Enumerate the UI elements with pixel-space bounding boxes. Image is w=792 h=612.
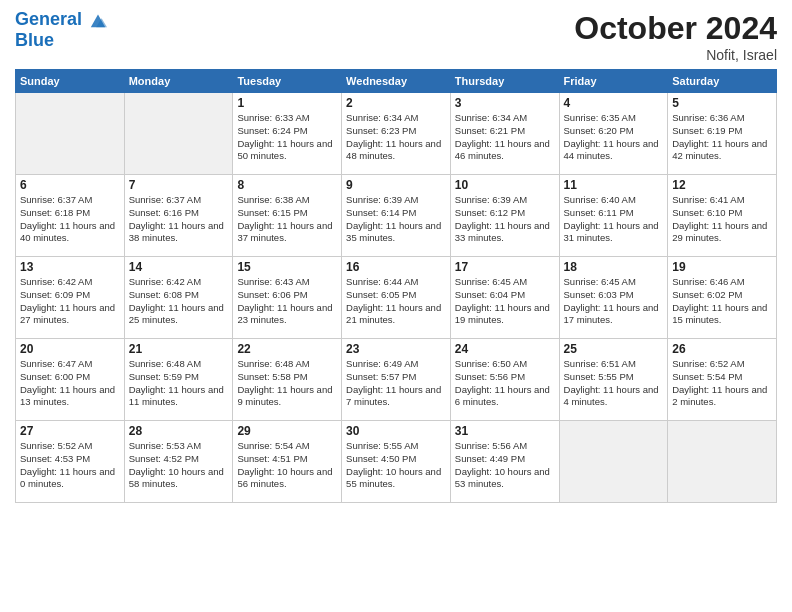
day-number: 8 <box>237 178 337 192</box>
day-number: 25 <box>564 342 664 356</box>
calendar-cell <box>16 93 125 175</box>
day-info: Sunrise: 6:46 AMSunset: 6:02 PMDaylight:… <box>672 276 772 327</box>
day-number: 30 <box>346 424 446 438</box>
weekday-header: Tuesday <box>233 70 342 93</box>
day-info: Sunrise: 6:37 AMSunset: 6:18 PMDaylight:… <box>20 194 120 245</box>
calendar-week-row: 6Sunrise: 6:37 AMSunset: 6:18 PMDaylight… <box>16 175 777 257</box>
calendar-cell: 6Sunrise: 6:37 AMSunset: 6:18 PMDaylight… <box>16 175 125 257</box>
calendar-cell: 2Sunrise: 6:34 AMSunset: 6:23 PMDaylight… <box>342 93 451 175</box>
calendar-cell: 9Sunrise: 6:39 AMSunset: 6:14 PMDaylight… <box>342 175 451 257</box>
calendar-cell: 25Sunrise: 6:51 AMSunset: 5:55 PMDayligh… <box>559 339 668 421</box>
calendar-week-row: 1Sunrise: 6:33 AMSunset: 6:24 PMDaylight… <box>16 93 777 175</box>
day-number: 5 <box>672 96 772 110</box>
day-number: 22 <box>237 342 337 356</box>
calendar-cell: 27Sunrise: 5:52 AMSunset: 4:53 PMDayligh… <box>16 421 125 503</box>
calendar-week-row: 20Sunrise: 6:47 AMSunset: 6:00 PMDayligh… <box>16 339 777 421</box>
day-info: Sunrise: 6:47 AMSunset: 6:00 PMDaylight:… <box>20 358 120 409</box>
day-number: 1 <box>237 96 337 110</box>
weekday-header: Thursday <box>450 70 559 93</box>
day-info: Sunrise: 6:37 AMSunset: 6:16 PMDaylight:… <box>129 194 229 245</box>
day-number: 4 <box>564 96 664 110</box>
calendar-cell: 30Sunrise: 5:55 AMSunset: 4:50 PMDayligh… <box>342 421 451 503</box>
calendar-cell: 11Sunrise: 6:40 AMSunset: 6:11 PMDayligh… <box>559 175 668 257</box>
day-info: Sunrise: 6:42 AMSunset: 6:09 PMDaylight:… <box>20 276 120 327</box>
calendar-cell: 15Sunrise: 6:43 AMSunset: 6:06 PMDayligh… <box>233 257 342 339</box>
calendar-cell: 24Sunrise: 6:50 AMSunset: 5:56 PMDayligh… <box>450 339 559 421</box>
day-number: 15 <box>237 260 337 274</box>
calendar-cell: 19Sunrise: 6:46 AMSunset: 6:02 PMDayligh… <box>668 257 777 339</box>
weekday-header: Friday <box>559 70 668 93</box>
day-number: 20 <box>20 342 120 356</box>
calendar-week-row: 13Sunrise: 6:42 AMSunset: 6:09 PMDayligh… <box>16 257 777 339</box>
logo: General Blue <box>15 10 107 51</box>
location: Nofit, Israel <box>574 47 777 63</box>
header: General Blue October 2024 Nofit, Israel <box>15 10 777 63</box>
calendar-cell: 5Sunrise: 6:36 AMSunset: 6:19 PMDaylight… <box>668 93 777 175</box>
title-block: October 2024 Nofit, Israel <box>574 10 777 63</box>
day-info: Sunrise: 6:48 AMSunset: 5:58 PMDaylight:… <box>237 358 337 409</box>
day-info: Sunrise: 5:53 AMSunset: 4:52 PMDaylight:… <box>129 440 229 491</box>
calendar-cell: 23Sunrise: 6:49 AMSunset: 5:57 PMDayligh… <box>342 339 451 421</box>
calendar-cell: 1Sunrise: 6:33 AMSunset: 6:24 PMDaylight… <box>233 93 342 175</box>
page: General Blue October 2024 Nofit, Israel … <box>0 0 792 612</box>
day-info: Sunrise: 5:56 AMSunset: 4:49 PMDaylight:… <box>455 440 555 491</box>
calendar-cell <box>124 93 233 175</box>
day-number: 3 <box>455 96 555 110</box>
calendar-cell: 14Sunrise: 6:42 AMSunset: 6:08 PMDayligh… <box>124 257 233 339</box>
day-info: Sunrise: 6:33 AMSunset: 6:24 PMDaylight:… <box>237 112 337 163</box>
day-number: 29 <box>237 424 337 438</box>
day-number: 27 <box>20 424 120 438</box>
day-number: 6 <box>20 178 120 192</box>
calendar-cell: 20Sunrise: 6:47 AMSunset: 6:00 PMDayligh… <box>16 339 125 421</box>
day-number: 10 <box>455 178 555 192</box>
day-info: Sunrise: 6:34 AMSunset: 6:23 PMDaylight:… <box>346 112 446 163</box>
calendar-cell: 28Sunrise: 5:53 AMSunset: 4:52 PMDayligh… <box>124 421 233 503</box>
day-number: 13 <box>20 260 120 274</box>
day-info: Sunrise: 6:40 AMSunset: 6:11 PMDaylight:… <box>564 194 664 245</box>
day-info: Sunrise: 6:45 AMSunset: 6:04 PMDaylight:… <box>455 276 555 327</box>
calendar-cell: 13Sunrise: 6:42 AMSunset: 6:09 PMDayligh… <box>16 257 125 339</box>
calendar-cell: 16Sunrise: 6:44 AMSunset: 6:05 PMDayligh… <box>342 257 451 339</box>
day-number: 2 <box>346 96 446 110</box>
calendar-cell: 12Sunrise: 6:41 AMSunset: 6:10 PMDayligh… <box>668 175 777 257</box>
calendar-cell: 21Sunrise: 6:48 AMSunset: 5:59 PMDayligh… <box>124 339 233 421</box>
day-info: Sunrise: 6:41 AMSunset: 6:10 PMDaylight:… <box>672 194 772 245</box>
day-number: 11 <box>564 178 664 192</box>
weekday-header-row: SundayMondayTuesdayWednesdayThursdayFrid… <box>16 70 777 93</box>
day-number: 26 <box>672 342 772 356</box>
calendar-table: SundayMondayTuesdayWednesdayThursdayFrid… <box>15 69 777 503</box>
day-number: 28 <box>129 424 229 438</box>
weekday-header: Sunday <box>16 70 125 93</box>
day-number: 23 <box>346 342 446 356</box>
day-number: 21 <box>129 342 229 356</box>
month-title: October 2024 <box>574 10 777 47</box>
day-number: 9 <box>346 178 446 192</box>
day-number: 17 <box>455 260 555 274</box>
day-number: 18 <box>564 260 664 274</box>
calendar-week-row: 27Sunrise: 5:52 AMSunset: 4:53 PMDayligh… <box>16 421 777 503</box>
calendar-cell: 4Sunrise: 6:35 AMSunset: 6:20 PMDaylight… <box>559 93 668 175</box>
day-info: Sunrise: 6:50 AMSunset: 5:56 PMDaylight:… <box>455 358 555 409</box>
weekday-header: Saturday <box>668 70 777 93</box>
day-info: Sunrise: 5:52 AMSunset: 4:53 PMDaylight:… <box>20 440 120 491</box>
day-number: 16 <box>346 260 446 274</box>
day-info: Sunrise: 6:38 AMSunset: 6:15 PMDaylight:… <box>237 194 337 245</box>
day-number: 7 <box>129 178 229 192</box>
day-info: Sunrise: 6:36 AMSunset: 6:19 PMDaylight:… <box>672 112 772 163</box>
calendar-cell: 3Sunrise: 6:34 AMSunset: 6:21 PMDaylight… <box>450 93 559 175</box>
weekday-header: Monday <box>124 70 233 93</box>
day-number: 31 <box>455 424 555 438</box>
day-number: 24 <box>455 342 555 356</box>
day-number: 19 <box>672 260 772 274</box>
day-info: Sunrise: 6:44 AMSunset: 6:05 PMDaylight:… <box>346 276 446 327</box>
logo-text: General <box>15 10 107 30</box>
calendar-cell: 26Sunrise: 6:52 AMSunset: 5:54 PMDayligh… <box>668 339 777 421</box>
calendar-cell: 31Sunrise: 5:56 AMSunset: 4:49 PMDayligh… <box>450 421 559 503</box>
day-info: Sunrise: 6:42 AMSunset: 6:08 PMDaylight:… <box>129 276 229 327</box>
day-info: Sunrise: 6:43 AMSunset: 6:06 PMDaylight:… <box>237 276 337 327</box>
calendar-cell: 29Sunrise: 5:54 AMSunset: 4:51 PMDayligh… <box>233 421 342 503</box>
day-number: 14 <box>129 260 229 274</box>
calendar-cell: 17Sunrise: 6:45 AMSunset: 6:04 PMDayligh… <box>450 257 559 339</box>
calendar-cell: 10Sunrise: 6:39 AMSunset: 6:12 PMDayligh… <box>450 175 559 257</box>
day-info: Sunrise: 6:35 AMSunset: 6:20 PMDaylight:… <box>564 112 664 163</box>
